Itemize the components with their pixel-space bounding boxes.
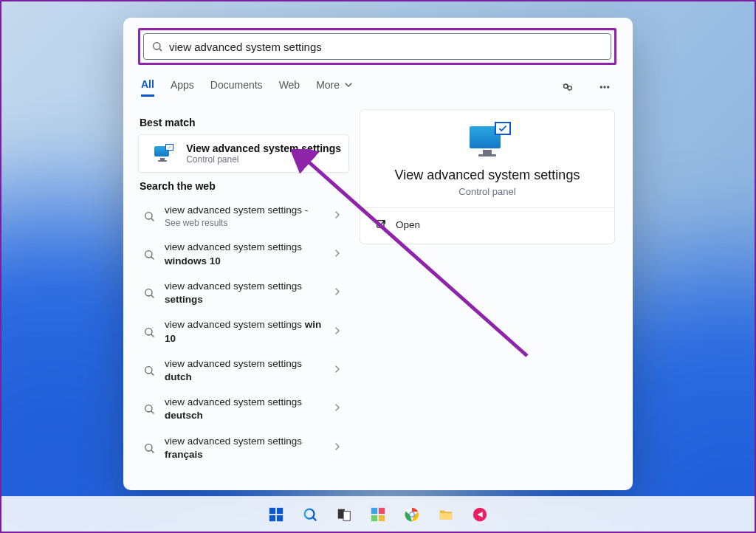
chevron-right-icon bbox=[331, 402, 343, 413]
web-result-text: view advanced system settings dutch bbox=[165, 357, 324, 384]
search-web-heading: Search the web bbox=[140, 180, 348, 192]
svg-line-1 bbox=[159, 49, 162, 51]
file-explorer-button[interactable] bbox=[431, 500, 461, 529]
search-icon bbox=[143, 442, 155, 454]
search-icon bbox=[143, 210, 155, 222]
search-icon bbox=[151, 41, 163, 52]
tab-all[interactable]: All bbox=[141, 78, 154, 97]
svg-rect-23 bbox=[269, 507, 275, 513]
svg-rect-25 bbox=[269, 515, 275, 520]
more-options-icon[interactable] bbox=[594, 77, 615, 97]
detail-card: View advanced system settings Control pa… bbox=[360, 109, 615, 244]
svg-point-37 bbox=[410, 512, 414, 517]
svg-rect-34 bbox=[379, 515, 385, 520]
detail-subtitle: Control panel bbox=[374, 186, 601, 197]
search-icon bbox=[143, 403, 155, 415]
svg-rect-26 bbox=[277, 515, 283, 520]
tab-more[interactable]: More bbox=[316, 79, 354, 95]
web-result[interactable]: view advanced system settings settings bbox=[138, 274, 349, 312]
tab-apps[interactable]: Apps bbox=[171, 79, 194, 95]
web-result-text: view advanced system settings -See web r… bbox=[165, 204, 324, 229]
svg-rect-24 bbox=[277, 507, 283, 513]
svg-line-16 bbox=[151, 373, 154, 375]
best-match-title: View advanced system settings bbox=[186, 142, 341, 154]
web-result-text: view advanced system settings windows 10 bbox=[165, 241, 324, 267]
svg-line-10 bbox=[151, 257, 154, 259]
chevron-right-icon bbox=[331, 325, 343, 337]
web-result[interactable]: view advanced system settings win 10 bbox=[138, 312, 349, 351]
detail-title: View advanced system settings bbox=[374, 168, 601, 183]
search-bar[interactable] bbox=[143, 33, 611, 60]
svg-rect-21 bbox=[377, 221, 384, 227]
web-result[interactable]: view advanced system settings dutch bbox=[138, 351, 349, 390]
open-icon bbox=[375, 219, 387, 230]
search-icon bbox=[143, 365, 155, 376]
open-action[interactable]: Open bbox=[374, 208, 601, 233]
web-result-text: view advanced system settings français bbox=[165, 435, 324, 461]
svg-rect-30 bbox=[343, 511, 350, 520]
web-result-text: view advanced system settings deutsch bbox=[165, 396, 324, 422]
svg-point-0 bbox=[154, 43, 160, 49]
task-view-button[interactable] bbox=[329, 500, 359, 529]
chrome-button[interactable] bbox=[397, 500, 427, 529]
tab-documents[interactable]: Documents bbox=[210, 79, 263, 95]
svg-rect-38 bbox=[440, 513, 453, 519]
svg-line-28 bbox=[313, 517, 317, 520]
svg-point-6 bbox=[608, 86, 609, 88]
app-button[interactable] bbox=[465, 500, 495, 529]
widgets-button[interactable] bbox=[363, 500, 393, 529]
tab-web[interactable]: Web bbox=[279, 79, 300, 95]
monitor-check-icon bbox=[470, 126, 505, 157]
search-icon bbox=[143, 326, 155, 338]
chevron-right-icon bbox=[331, 363, 343, 375]
svg-rect-33 bbox=[371, 515, 377, 520]
svg-rect-31 bbox=[371, 507, 377, 513]
search-icon bbox=[143, 287, 155, 299]
search-panel: All Apps Documents Web More Best match V… bbox=[123, 18, 633, 490]
chevron-right-icon bbox=[331, 441, 343, 453]
rewards-icon[interactable] bbox=[557, 77, 578, 97]
monitor-check-icon bbox=[154, 146, 171, 161]
taskbar-search-button[interactable] bbox=[295, 500, 325, 529]
search-input[interactable] bbox=[169, 41, 603, 53]
annotation-highlight-searchbar bbox=[138, 28, 616, 65]
svg-line-18 bbox=[151, 411, 154, 413]
svg-point-4 bbox=[600, 86, 602, 88]
svg-line-14 bbox=[151, 334, 154, 337]
start-button[interactable] bbox=[261, 500, 291, 529]
best-match-heading: Best match bbox=[140, 117, 348, 128]
best-match-subtitle: Control panel bbox=[186, 154, 341, 165]
svg-rect-32 bbox=[379, 507, 385, 513]
best-match-result[interactable]: View advanced system settings Control pa… bbox=[138, 134, 349, 173]
svg-point-5 bbox=[604, 86, 605, 88]
chevron-right-icon bbox=[331, 286, 343, 298]
web-result-text: view advanced system settings settings bbox=[165, 280, 324, 306]
search-icon bbox=[143, 249, 155, 261]
web-result[interactable]: view advanced system settings français bbox=[138, 429, 349, 467]
svg-line-12 bbox=[151, 295, 154, 298]
chevron-right-icon bbox=[331, 209, 343, 221]
web-result-text: view advanced system settings win 10 bbox=[165, 318, 324, 345]
web-result[interactable]: view advanced system settings -See web r… bbox=[138, 198, 349, 235]
svg-point-27 bbox=[305, 509, 315, 518]
svg-line-8 bbox=[151, 219, 154, 221]
web-result[interactable]: view advanced system settings deutsch bbox=[138, 390, 349, 428]
svg-line-20 bbox=[151, 450, 154, 453]
web-result[interactable]: view advanced system settings windows 10 bbox=[138, 235, 349, 273]
taskbar bbox=[1, 496, 755, 532]
chevron-right-icon bbox=[331, 247, 343, 259]
chevron-down-icon bbox=[343, 79, 354, 91]
search-tabs: All Apps Documents Web More bbox=[123, 65, 633, 102]
